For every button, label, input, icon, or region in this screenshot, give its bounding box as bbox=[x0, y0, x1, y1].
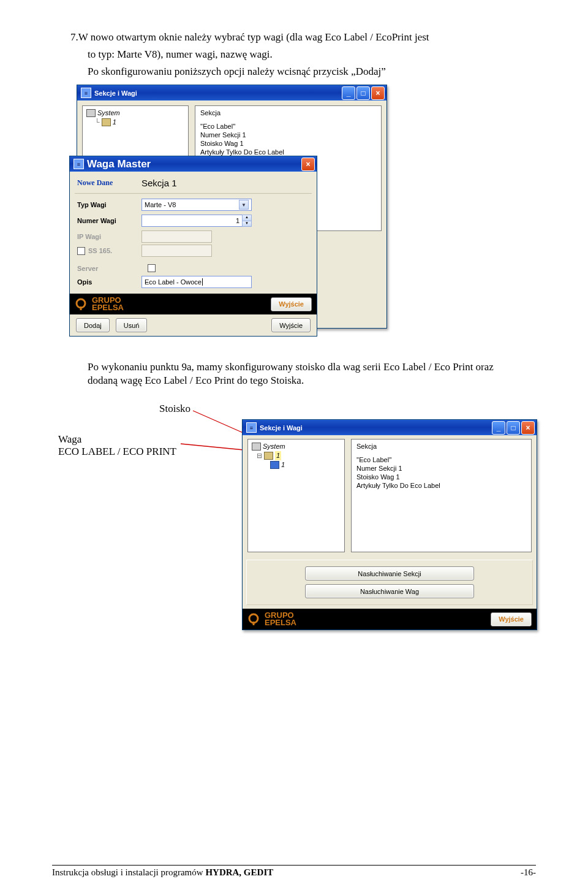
label-numer-wagi: Numer Wagi bbox=[77, 217, 141, 224]
wyjscie-button[interactable]: Wyjście bbox=[491, 612, 532, 626]
wyjscie-button-2[interactable]: Wyjście bbox=[271, 318, 311, 332]
ss165-input bbox=[141, 245, 212, 257]
section-header: Sekcja 1 bbox=[141, 178, 177, 188]
opis-input[interactable]: Eco Label - Owoce bbox=[141, 276, 252, 288]
window-title: Sekcje i Wagi bbox=[94, 89, 137, 97]
dodaj-button[interactable]: Dodaj bbox=[76, 318, 110, 332]
spinner-up[interactable]: ▲ bbox=[243, 215, 251, 221]
label-ip-wagi: IP Wagi bbox=[77, 233, 141, 240]
close-button[interactable]: × bbox=[371, 86, 385, 100]
window-waga-master: ≡ Waga Master × Nowe Dane Sekcja 1 Typ W… bbox=[69, 156, 317, 337]
typ-wagi-select[interactable]: Marte - V8▼ bbox=[141, 199, 252, 211]
nasluchiwanie-wag-button[interactable]: Nasłuchiwanie Wag bbox=[305, 584, 474, 598]
chevron-down-icon: ▼ bbox=[239, 200, 249, 210]
instruction-line: to typ: Marte V8), numer wagi, nazwę wag… bbox=[88, 48, 536, 61]
instruction-line: 7.W nowo otwartym oknie należy wybrać ty… bbox=[70, 31, 536, 44]
close-button[interactable]: × bbox=[301, 158, 315, 171]
svg-point-4 bbox=[249, 614, 258, 623]
maximize-button[interactable]: □ bbox=[356, 86, 370, 100]
wyjscie-button[interactable]: Wyjście bbox=[271, 297, 312, 311]
svg-point-0 bbox=[77, 299, 85, 308]
label-opis: Opis bbox=[77, 278, 141, 286]
info-panel: Sekcja ''Eco Label'' Numer Sekcji 1 Stoi… bbox=[351, 439, 532, 552]
brand-icon bbox=[247, 613, 260, 625]
nowe-dane-label: Nowe Dane bbox=[77, 178, 141, 188]
instruction-line: Po skonfigurowaniu poniższych opcji nale… bbox=[88, 65, 536, 78]
close-button[interactable]: × bbox=[521, 421, 535, 435]
label-ss165: SS 165. bbox=[77, 247, 141, 255]
page-footer: Instrukcja obsługi i instalacji programó… bbox=[52, 865, 536, 878]
brand-icon bbox=[75, 298, 87, 310]
window-title: Waga Master bbox=[87, 158, 151, 170]
app-icon: ≡ bbox=[74, 159, 84, 169]
app-icon: ≡ bbox=[81, 88, 91, 98]
brand-bar: GRUPOEPELSA Wyjście bbox=[243, 609, 537, 630]
app-icon: ≡ bbox=[246, 422, 257, 433]
tree-view[interactable]: System ⊟1 1 bbox=[247, 439, 345, 552]
label-typ-wagi: Typ Wagi bbox=[77, 201, 141, 208]
post-text: Po wykonaniu punktu 9a, mamy skonfigurow… bbox=[88, 360, 518, 387]
minimize-button[interactable]: _ bbox=[492, 421, 505, 435]
ss165-checkbox bbox=[77, 247, 85, 255]
label-server: Server bbox=[77, 265, 141, 272]
listen-panel: Nasłuchiwanie Sekcji Nasłuchiwanie Wag bbox=[246, 560, 533, 605]
ip-wagi-input bbox=[141, 230, 212, 243]
window-title: Sekcje i Wagi bbox=[260, 424, 303, 432]
numer-wagi-input[interactable]: 1 bbox=[141, 215, 243, 227]
usun-button[interactable]: Usuń bbox=[116, 318, 148, 332]
brand-bar: GRUPOEPELSA Wyjście bbox=[70, 294, 317, 314]
minimize-button[interactable]: _ bbox=[342, 86, 355, 100]
window-sekcje-i-wagi-2: ≡ Sekcje i Wagi _ □ × System ⊟1 1 Sekcja… bbox=[242, 419, 537, 630]
nasluchiwanie-sekcji-button[interactable]: Nasłuchiwanie Sekcji bbox=[305, 566, 474, 580]
maximize-button[interactable]: □ bbox=[507, 421, 520, 435]
spinner-down[interactable]: ▼ bbox=[243, 221, 251, 227]
server-checkbox[interactable] bbox=[148, 264, 156, 272]
